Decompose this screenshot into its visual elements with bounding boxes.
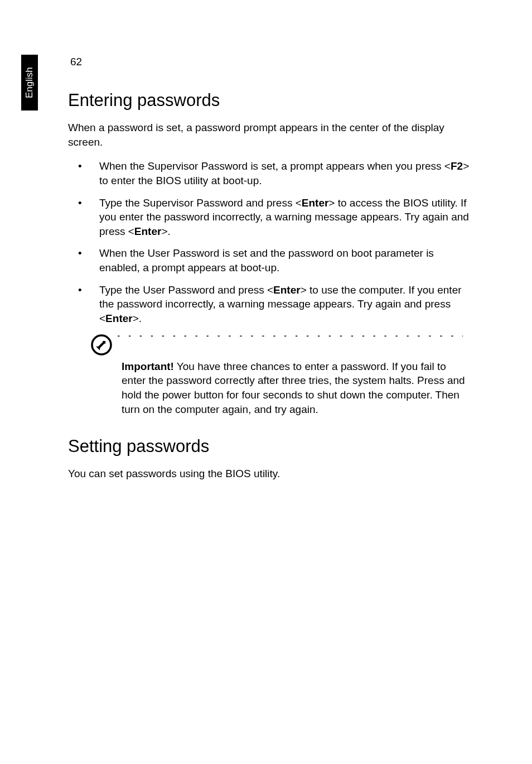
bullet-list: When the Supervisor Password is set, a p…: [68, 159, 470, 325]
bold-run: Enter: [273, 284, 301, 296]
dashed-line: - - - - - - - - - - - - - - - - - - - - …: [117, 331, 463, 340]
bold-run: Enter: [134, 225, 162, 237]
language-tab: English: [21, 55, 38, 110]
text-run: >.: [133, 313, 142, 324]
bold-run: Enter: [302, 197, 329, 209]
callout-label: Important!: [122, 361, 174, 372]
text-run: When the User Password is set and the pa…: [99, 247, 434, 273]
important-callout: - - - - - - - - - - - - - - - - - - - - …: [90, 334, 470, 417]
page-content: 62 Entering passwords When a password is…: [68, 56, 470, 491]
list-item: When the Supervisor Password is set, a p…: [68, 159, 470, 188]
text-run: Type the User Password and press <: [99, 284, 273, 296]
language-label: English: [24, 67, 35, 98]
callout-text: Important! You have three chances to ent…: [122, 359, 467, 417]
text-run: When the Supervisor Password is set, a p…: [99, 160, 451, 172]
page-number: 62: [70, 56, 470, 68]
bold-run: Enter: [105, 313, 133, 324]
list-item: Type the Supervisor Password and press <…: [68, 196, 470, 239]
list-item: When the User Password is set and the pa…: [68, 246, 470, 275]
pin-icon: [90, 334, 113, 358]
list-item: Type the User Password and press <Enter>…: [68, 283, 470, 326]
intro-paragraph: When a password is set, a password promp…: [68, 121, 470, 149]
text-run: >.: [161, 225, 170, 237]
setting-intro: You can set passwords using the BIOS uti…: [68, 467, 470, 481]
text-run: Type the Supervisor Password and press <: [99, 197, 302, 209]
bold-run: F2: [451, 160, 463, 172]
heading-setting-passwords: Setting passwords: [68, 436, 470, 457]
heading-entering-passwords: Entering passwords: [68, 90, 470, 110]
